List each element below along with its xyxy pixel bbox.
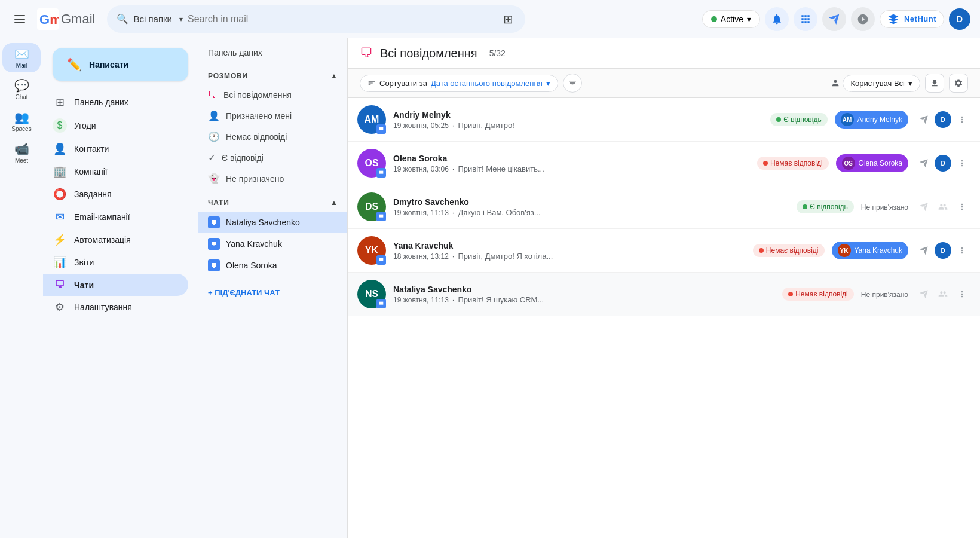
sidebar-meet-label: Meet (15, 157, 28, 164)
nav-item-chats[interactable]: 🗨 Чати (43, 274, 188, 296)
chat-icon: 💬 (14, 78, 29, 93)
conv-separator-1: · (452, 121, 455, 130)
sidebar-item-chat[interactable]: 💬 Chat (2, 75, 41, 104)
nav-item-email-campaigns[interactable]: ✉ Email-кампанії (43, 206, 188, 228)
rozmovy-section-header[interactable]: РОЗМОВИ ▲ (198, 67, 347, 85)
nav-item-dashboard[interactable]: ⊞ Панель даних (43, 91, 188, 114)
chat-account-olena[interactable]: Olena Soroka (198, 255, 347, 276)
conv-preview-andriy: Привіт, Дмитро! (458, 121, 514, 130)
notification-button[interactable] (765, 7, 789, 31)
conversation-row-2[interactable]: OS Olena Soroka 19 жовтня, 03:06 · Приві… (348, 142, 980, 185)
conversation-row-1[interactable]: AM Andriy Melnyk 19 жовтня, 05:25 · Прив… (348, 98, 980, 142)
more-action-olena[interactable] (954, 155, 970, 172)
status-label-andriy: Є відповідь (783, 115, 821, 124)
export-button[interactable] (925, 74, 944, 93)
forward-action-dmytro[interactable] (915, 198, 932, 215)
conversation-row-3[interactable]: DS Dmytro Savchenko 19 жовтня, 11:13 · Д… (348, 185, 980, 229)
unassigned-label: Не призначено (226, 174, 284, 184)
user-filter-button[interactable]: Користувач Всі ▾ (843, 75, 920, 92)
nav-item-deals[interactable]: $ Угоди (43, 114, 188, 137)
search-folder-dropdown[interactable]: ▾ (179, 15, 183, 23)
apps-button[interactable] (794, 7, 817, 31)
conv-info-andriy: Andriy Melnyk 19 жовтня, 05:25 · Привіт,… (393, 110, 763, 130)
forward-action-andriy[interactable] (915, 111, 932, 128)
avatar-action-yana[interactable]: D (935, 242, 951, 259)
chat-sub-all-messages[interactable]: 🗨 Всі повідомлення (198, 85, 347, 105)
sidebar-item-spaces[interactable]: 👥 Spaces (2, 106, 41, 136)
status-dot-olena (763, 161, 768, 166)
connect-chat-button[interactable]: + ПІД'ЄДНАТИ ЧАТ (198, 281, 347, 304)
chats-panel-header: Панель даних (198, 38, 347, 67)
chat-sub-has-reply[interactable]: ✓ Є відповіді (198, 147, 347, 168)
chat-sub-no-reply[interactable]: 🕐 Немає відповіді (198, 126, 347, 147)
search-bar[interactable]: 🔍 Всі папки ▾ ⊞ (107, 5, 525, 33)
more-action-nataliya[interactable] (954, 286, 970, 302)
conv-date-preview-andriy: 19 жовтня, 05:25 · Привіт, Дмитро! (393, 121, 763, 130)
conv-date-preview-yana: 18 жовтня, 13:12 · Привіт, Дмитро! Я хот… (393, 252, 746, 261)
assignee-avatar-olena: OS (842, 157, 855, 170)
nav-item-tasks[interactable]: ⭕ Завдання (43, 183, 188, 206)
nav-item-automation[interactable]: ⚡ Автоматизація (43, 228, 188, 251)
sidebar-spaces-label: Spaces (11, 126, 31, 132)
gmail-sidebar: ✉️ Mail 💬 Chat 👥 Spaces 📹 Meet (0, 38, 43, 538)
nethunt-logo[interactable]: NetHunt (880, 10, 944, 28)
more-action-dmytro[interactable] (954, 198, 970, 215)
nav-item-settings[interactable]: ⚙ Налаштування (43, 296, 188, 319)
forward-button[interactable] (822, 7, 846, 31)
search-filters-icon[interactable]: ⊞ (501, 10, 516, 29)
automation-icon: ⚡ (53, 233, 67, 246)
conv-name-andriy: Andriy Melnyk (393, 110, 763, 120)
chaty-section-header[interactable]: ЧАТИ ▲ (198, 194, 347, 212)
compose-button[interactable]: ✏️ Написати (53, 48, 188, 81)
sort-button[interactable]: Сортувати за Дата останнього повідомленн… (360, 75, 558, 92)
nav-item-companies[interactable]: 🏢 Компанії (43, 160, 188, 183)
settings-icon: ⚙ (53, 301, 67, 314)
assignee-chip-yana[interactable]: YK Yana Kravchuk (832, 242, 909, 259)
conv-sep-2: · (452, 164, 455, 173)
assignee-chip-olena[interactable]: OS Olena Soroka (836, 154, 908, 172)
nav-item-contacts[interactable]: 👤 Контакти (43, 137, 188, 160)
search-input[interactable] (188, 14, 496, 25)
filter-button[interactable] (563, 74, 582, 93)
conversation-row-5[interactable]: NS Nataliya Savchenko 19 жовтня, 11:13 ·… (348, 273, 980, 316)
rozmovy-collapse-arrow[interactable]: ▲ (330, 72, 338, 80)
chat-account-nataliya[interactable]: Nataliya Savchenko (198, 212, 347, 233)
no-reply-label: Немає відповіді (226, 132, 287, 142)
forward-action-olena[interactable] (915, 155, 932, 172)
sidebar-item-meet[interactable]: 📹 Meet (2, 138, 41, 167)
chat-account-yana[interactable]: Yana Kravchuk (198, 233, 347, 255)
user-filter-arrow[interactable]: ▾ (908, 79, 912, 88)
more-action-yana[interactable] (954, 242, 970, 259)
conv-assignee-andriy: AM Andriy Melnyk (835, 111, 908, 129)
chat-sub-unassigned[interactable]: 👻 Не призначено (198, 168, 347, 189)
forward-action-nataliya[interactable] (915, 286, 932, 302)
assign-action-nataliya[interactable] (935, 286, 951, 302)
sidebar-item-mail[interactable]: ✉️ Mail (2, 43, 41, 72)
svg-text:Gmail: Gmail (39, 12, 59, 27)
avatar-action-olena[interactable]: D (935, 155, 951, 172)
more-action-andriy[interactable] (954, 111, 970, 128)
conversation-row-4[interactable]: YK Yana Kravchuk 18 жовтня, 13:12 · Прив… (348, 229, 980, 273)
status-label-nataliya: Немає відповіді (795, 290, 848, 298)
no-reply-icon: 🕐 (208, 131, 220, 142)
menu-button[interactable] (10, 9, 30, 29)
sort-dropdown-arrow[interactable]: ▾ (546, 79, 550, 88)
rozmovy-title: РОЗМОВИ (208, 72, 248, 80)
assign-action-dmytro[interactable] (935, 198, 951, 215)
chaty-collapse-arrow[interactable]: ▲ (330, 198, 338, 207)
user-circle-button[interactable] (851, 7, 875, 31)
active-status-badge[interactable]: Active ▾ (702, 10, 760, 28)
settings-toolbar-button[interactable] (949, 74, 968, 93)
conv-avatar-dmytro: DS (357, 192, 386, 221)
avatar-action-andriy[interactable]: D (935, 111, 951, 128)
chat-badge-2 (376, 168, 386, 178)
chat-sub-assigned-me[interactable]: 👤 Призначено мені (198, 105, 347, 126)
user-avatar[interactable]: D (949, 8, 970, 30)
active-dropdown-arrow[interactable]: ▾ (747, 14, 751, 24)
assignee-chip-andriy[interactable]: AM Andriy Melnyk (835, 111, 908, 129)
nav-item-reports[interactable]: 📊 Звіти (43, 251, 188, 274)
forward-action-yana[interactable] (915, 242, 932, 259)
not-assigned-dmytro: Не прив'язано (861, 203, 908, 212)
conv-assignee-olena: OS Olena Soroka (836, 154, 908, 172)
content-title-icon: 🗨 (360, 45, 373, 61)
